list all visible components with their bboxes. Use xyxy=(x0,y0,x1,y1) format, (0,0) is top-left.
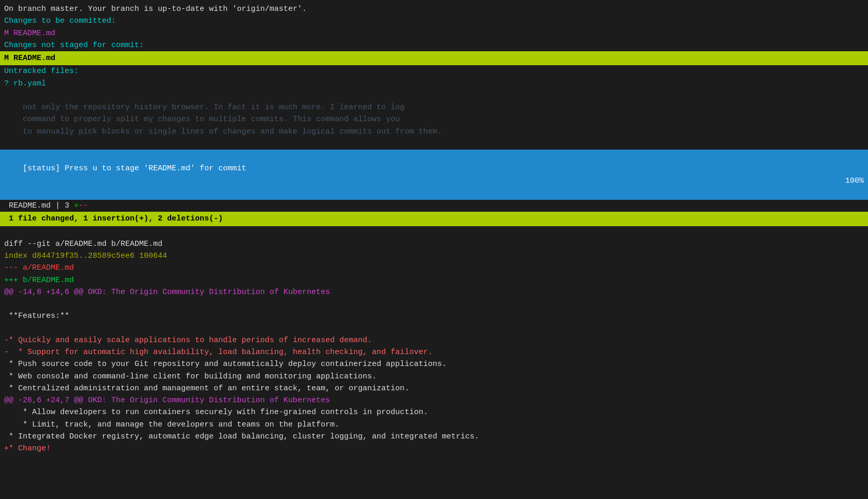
line-unchanged-6: * Integrated Docker registry, automatic … xyxy=(0,431,868,443)
line-blank-5 xyxy=(0,322,868,334)
line-plus-file: +++ b/README.md xyxy=(0,274,868,286)
line-unchanged-3: * Centralized administration and managem… xyxy=(0,383,868,394)
line-file-stat: README.md | 3 +-- xyxy=(0,200,868,212)
line-status-bar[interactable]: [status] Press u to stage 'README.md' fo… xyxy=(0,150,868,200)
line-unchanged-2: * Web console and command-line client fo… xyxy=(0,371,868,383)
line-deleted-2: - * Support for automatic high availabil… xyxy=(0,346,868,358)
line-branch-status: On branch master. Your branch is up-to-d… xyxy=(0,3,868,15)
line-hunk-2: @@ -26,6 +24,7 @@ OKD: The Origin Commun… xyxy=(0,394,868,406)
line-unchanged-1: * Push source code to your Git repositor… xyxy=(0,358,868,370)
line-faint-3: to manually pick blocks or single lines … xyxy=(0,126,868,138)
plus-signs: + xyxy=(74,201,79,210)
line-change-summary: 1 file changed, 1 insertion(+), 2 deleti… xyxy=(0,212,868,226)
line-blank-2 xyxy=(0,138,868,150)
terminal: On branch master. Your branch is up-to-d… xyxy=(0,0,868,499)
line-readme-modified: M README.md xyxy=(0,27,868,39)
line-blank-1 xyxy=(0,90,868,101)
minus-signs: -- xyxy=(79,201,88,210)
line-unchanged-4: * Allow developers to run containers sec… xyxy=(0,406,868,418)
line-diff-git: diff --git a/README.md b/README.md xyxy=(0,238,868,250)
line-faint-1: not only the repository history browser.… xyxy=(0,101,868,113)
line-changes-not-staged: Changes not staged for commit: xyxy=(0,39,868,51)
line-minus-file: --- a/README.md xyxy=(0,262,868,274)
line-index: index d844719f35..28589c5ee6 100644 xyxy=(0,250,868,262)
line-hunk-1: @@ -14,8 +14,6 @@ OKD: The Origin Commun… xyxy=(0,286,868,298)
line-untracked: Untracked files: xyxy=(0,65,868,77)
line-features: **Features:** xyxy=(0,310,868,322)
line-changes-committed: Changes to be committed: xyxy=(0,15,868,27)
line-readme-green: M README.md xyxy=(0,51,868,65)
line-blank-3 xyxy=(0,226,868,238)
line-rb-yaml: ? rb.yaml xyxy=(0,78,868,90)
line-unchanged-5: * Limit, track, and manage the developer… xyxy=(0,419,868,431)
line-blank-4 xyxy=(0,298,868,310)
line-deleted-1: -* Quickly and easily scale applications… xyxy=(0,334,868,346)
status-bar-text: [status] Press u to stage 'README.md' fo… xyxy=(23,164,246,173)
line-added-change: +* Change! xyxy=(0,443,868,454)
line-faint-2: command to properly split my changes to … xyxy=(0,113,868,125)
status-bar-percent: 100% xyxy=(845,175,864,187)
